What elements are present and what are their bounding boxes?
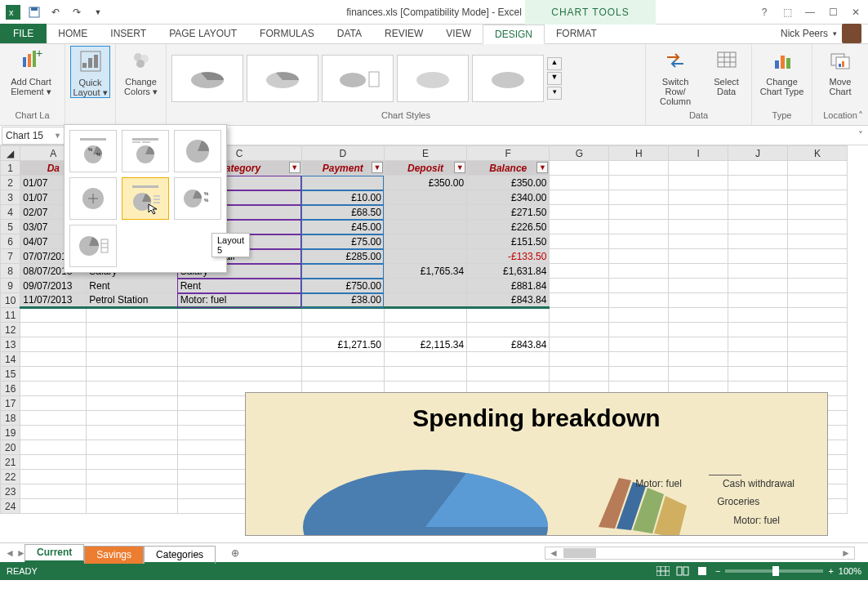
- filter-dropdown-icon[interactable]: ▼: [536, 162, 548, 173]
- tab-formulas[interactable]: FORMULAS: [248, 24, 326, 43]
- cell[interactable]: [728, 323, 788, 337]
- cell[interactable]: [177, 308, 301, 323]
- cell[interactable]: [384, 323, 466, 337]
- cell[interactable]: [87, 396, 177, 411]
- cell[interactable]: [669, 190, 728, 205]
- cell[interactable]: [788, 234, 848, 249]
- cell[interactable]: [669, 279, 728, 293]
- chart-style-thumb[interactable]: [171, 55, 243, 102]
- select-all-triangle[interactable]: ◢: [1, 146, 20, 161]
- cell[interactable]: [301, 176, 384, 190]
- chart-style-thumb[interactable]: [397, 55, 469, 102]
- tab-home[interactable]: HOME: [47, 24, 99, 43]
- row-header[interactable]: 14: [1, 352, 20, 367]
- help-icon[interactable]: ?: [754, 2, 775, 22]
- cell[interactable]: [728, 264, 788, 279]
- chart-style-thumb[interactable]: [322, 55, 394, 102]
- cell[interactable]: [788, 176, 848, 190]
- cell[interactable]: [728, 367, 788, 382]
- cell[interactable]: [384, 308, 466, 323]
- cell[interactable]: [20, 499, 87, 514]
- row-header[interactable]: 4: [1, 205, 20, 220]
- cell[interactable]: Rent: [87, 279, 177, 293]
- tab-page-layout[interactable]: PAGE LAYOUT: [158, 24, 248, 43]
- cell[interactable]: [177, 323, 301, 337]
- col-header[interactable]: I: [669, 146, 728, 161]
- row-header[interactable]: 6: [1, 234, 20, 249]
- cell[interactable]: [669, 205, 728, 220]
- name-box-dropdown-icon[interactable]: ▼: [54, 132, 61, 140]
- cell[interactable]: [20, 382, 87, 396]
- table-header-cell[interactable]: Deposit▼: [384, 161, 466, 176]
- cell[interactable]: [669, 367, 728, 382]
- sheet-nav-prev-icon[interactable]: ◄: [5, 547, 15, 559]
- col-header[interactable]: K: [788, 146, 848, 161]
- cell[interactable]: £1,631.84: [467, 264, 550, 279]
- cell[interactable]: [550, 308, 609, 323]
- table-header-cell[interactable]: Balance▼: [467, 161, 550, 176]
- cell[interactable]: [728, 190, 788, 205]
- cell[interactable]: [728, 220, 788, 234]
- cell[interactable]: [788, 190, 848, 205]
- switch-row-column-button[interactable]: Switch Row/ Column: [651, 46, 700, 106]
- zoom-level[interactable]: 100%: [839, 566, 861, 576]
- cell[interactable]: [609, 205, 669, 220]
- select-data-button[interactable]: Select Data: [706, 46, 746, 96]
- normal-view-icon[interactable]: [657, 566, 670, 576]
- tab-file[interactable]: FILE: [0, 24, 47, 43]
- cell[interactable]: [788, 249, 848, 264]
- cell[interactable]: [609, 264, 669, 279]
- row-header[interactable]: 3: [1, 190, 20, 205]
- embedded-chart[interactable]: Spending breakdown Motor: fuelCash withd…: [245, 392, 828, 536]
- layout-option-2[interactable]: [122, 130, 169, 172]
- cell[interactable]: [20, 470, 87, 484]
- cell[interactable]: [384, 352, 466, 367]
- scroll-right-icon[interactable]: ►: [838, 547, 854, 559]
- cell[interactable]: £151.50: [467, 234, 550, 249]
- tab-view[interactable]: VIEW: [434, 24, 483, 43]
- table-row[interactable]: 11: [1, 308, 848, 323]
- add-chart-element-button[interactable]: + Add Chart Element ▾: [5, 46, 57, 96]
- zoom-slider[interactable]: [725, 569, 823, 573]
- cell[interactable]: [550, 337, 609, 352]
- table-header-cell[interactable]: Payment▼: [301, 161, 384, 176]
- cell[interactable]: £2,115.34: [384, 337, 466, 352]
- zoom-out-icon[interactable]: −: [715, 566, 720, 576]
- close-icon[interactable]: ✕: [845, 2, 866, 22]
- cell[interactable]: [87, 382, 177, 396]
- save-icon[interactable]: [24, 2, 44, 22]
- tab-format[interactable]: FORMAT: [545, 24, 608, 43]
- cell[interactable]: [609, 234, 669, 249]
- cell[interactable]: [177, 337, 301, 352]
- cell[interactable]: [609, 367, 669, 382]
- cell[interactable]: [384, 190, 466, 205]
- row-header[interactable]: 23: [1, 484, 20, 499]
- chart-title[interactable]: Spending breakdown: [246, 404, 827, 432]
- gallery-more[interactable]: ▾: [547, 87, 562, 100]
- cell[interactable]: [87, 470, 177, 484]
- cell[interactable]: [20, 455, 87, 470]
- cell[interactable]: [669, 249, 728, 264]
- cell[interactable]: £45.00: [301, 220, 384, 234]
- cell[interactable]: [301, 264, 384, 279]
- cell[interactable]: [301, 367, 384, 382]
- col-header[interactable]: D: [301, 146, 384, 161]
- cell[interactable]: [384, 220, 466, 234]
- gallery-scroll-down[interactable]: ▼: [547, 72, 562, 85]
- cell[interactable]: [728, 234, 788, 249]
- cell[interactable]: [728, 205, 788, 220]
- cell[interactable]: [669, 234, 728, 249]
- cell[interactable]: [20, 352, 87, 367]
- new-sheet-button[interactable]: ⊕: [225, 547, 245, 559]
- cell[interactable]: [87, 337, 177, 352]
- cell[interactable]: [788, 264, 848, 279]
- row-header[interactable]: 11: [1, 308, 20, 323]
- table-row[interactable]: 15: [1, 367, 848, 382]
- cell[interactable]: [669, 220, 728, 234]
- col-header[interactable]: E: [384, 146, 466, 161]
- row-header[interactable]: 8: [1, 264, 20, 279]
- account-menu[interactable]: Nick Peers▾: [781, 24, 861, 43]
- minimize-icon[interactable]: —: [799, 2, 821, 22]
- chart-style-thumb[interactable]: [247, 55, 318, 102]
- cell[interactable]: [550, 367, 609, 382]
